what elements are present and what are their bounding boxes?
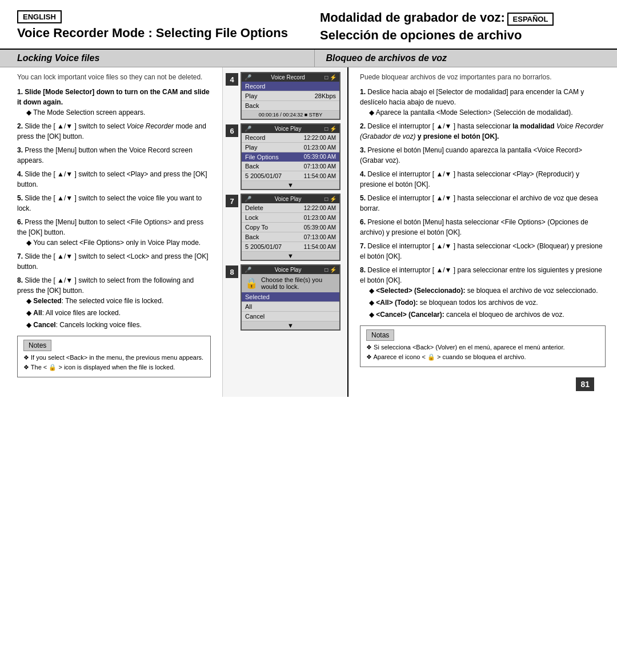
notes-label-left: Notes bbox=[23, 340, 51, 351]
step-r1: 1. Deslice hacia abajo el [Selector de m… bbox=[360, 87, 606, 118]
bullet-8-1: Selected: The selected voice file is loc… bbox=[17, 296, 211, 306]
steps-right: 1. Deslice hacia abajo el [Selector de m… bbox=[360, 87, 606, 320]
screen-8-icons: □ ⚡ bbox=[324, 267, 336, 273]
screen-7-row-1: Delete 12:22:00 AM bbox=[242, 203, 339, 213]
step-r3: 3. Presione el botón [Menu] cuando apare… bbox=[360, 145, 606, 166]
subtitle-right: Bloqueo de archivos de voz bbox=[315, 50, 618, 67]
screen-8-row-cancel: Cancel bbox=[242, 312, 339, 321]
screen-4-title: Voice Record bbox=[271, 74, 305, 81]
notes-section-right: Notas Si selecciona <Back> (Volver) en e… bbox=[360, 325, 606, 367]
step-r2: 2. Deslice el interruptor [ ▲/▼ ] hasta … bbox=[360, 121, 606, 142]
spanish-subtitle: Selección de opciones de archivo bbox=[320, 28, 522, 42]
screen-6-arrow: ▼ bbox=[242, 181, 339, 189]
bullet-r8-1: <Selected> (Seleccionado): se bloquea el… bbox=[360, 285, 606, 296]
step-r4: 4. Deslice el interruptor [ ▲/▼ ] hasta … bbox=[360, 169, 606, 190]
page: ENGLISH Voice Recorder Mode : Selecting … bbox=[0, 0, 617, 672]
screen-6-title: Voice Play bbox=[275, 126, 302, 132]
screen-6-icons: □ ⚡ bbox=[324, 126, 336, 132]
notes-section-left: Notes If you select <Back> in the menu, … bbox=[17, 336, 211, 377]
notes-item-r1: Si selecciona <Back> (Volver) en el menú… bbox=[366, 344, 599, 351]
page-number: 81 bbox=[576, 377, 594, 391]
screen-4: 🎤 Voice Record □ ⚡ Record Play 28Kbps Ba… bbox=[241, 72, 340, 120]
screen-8-wrapper: 8 🎤 Voice Play □ ⚡ 🔒 Choose the file(s) … bbox=[226, 264, 344, 331]
screen-7-header: 🎤 Voice Play □ ⚡ bbox=[242, 195, 339, 203]
screen-6-row-3: File Options 05:39:00 AM bbox=[242, 152, 339, 162]
screen-7-title: Voice Play bbox=[275, 196, 302, 202]
screen-6-row-1: Record 12:22:00 AM bbox=[242, 133, 339, 143]
col-left-text: You can lock important voice files so th… bbox=[0, 67, 223, 397]
notes-label-right: Notas bbox=[366, 329, 394, 341]
screen-number-8: 8 bbox=[226, 265, 238, 278]
step-r6: 6. Presione el botón [Menu] hasta selecc… bbox=[360, 217, 606, 238]
screen-8-icon: 🎤 bbox=[245, 267, 251, 273]
screen-8-row-selected: Selected bbox=[242, 292, 339, 302]
screen-8-choose: 🔒 Choose the file(s) you would to lock. bbox=[242, 274, 339, 292]
screen-7-wrapper: 7 🎤 Voice Play □ ⚡ Delete 12:22:00 AM Lo… bbox=[226, 194, 344, 261]
step-r7: 7. Deslice el interruptor [ ▲/▼ ] hasta … bbox=[360, 241, 606, 261]
bullet-r8-3: <Cancel> (Cancelar): cancela el bloqueo … bbox=[360, 309, 606, 320]
screen-number-7: 7 bbox=[226, 195, 238, 207]
screen-4-wrapper: 4 🎤 Voice Record □ ⚡ Record Play 28Kbps bbox=[226, 72, 344, 120]
espanol-badge: ESPAÑOL bbox=[507, 13, 554, 26]
screen-8-choose-text: Choose the file(s) you would to lock. bbox=[261, 276, 336, 290]
screen-4-row-play: Play 28Kbps bbox=[242, 91, 339, 101]
spanish-title-prefix: Modalidad de grabador de voz: bbox=[320, 10, 505, 25]
col-right-text: Puede bloquear archivos de voz important… bbox=[348, 67, 617, 397]
notes-item-1: If you select <Back> in the menu, the pr… bbox=[23, 354, 205, 361]
screen-number-4: 4 bbox=[226, 73, 238, 86]
notes-item-2: The < 🔒 > icon is displayed when the fil… bbox=[23, 364, 205, 371]
bottom-spacer bbox=[0, 397, 617, 568]
screen-4-header: 🎤 Voice Record □ ⚡ bbox=[242, 73, 339, 82]
screen-6-row-4: Back 07:13:00 AM bbox=[242, 162, 339, 171]
main-title-left: Voice Recorder Mode : Selecting File Opt… bbox=[17, 26, 297, 41]
step-3: 3. Press the [Menu] button when the Voic… bbox=[17, 145, 211, 166]
screen-7-arrow: ▼ bbox=[242, 252, 339, 260]
screen-6-header: 🎤 Voice Play □ ⚡ bbox=[242, 124, 339, 133]
screen-7-icon: 🎤 bbox=[245, 196, 251, 202]
main-title-right: Selección de opciones de archivo bbox=[320, 28, 600, 43]
bullet-8-2: All: All voice files are locked. bbox=[17, 308, 211, 318]
bullet-r8-2: <All> (Todo): se bloquean todos los arch… bbox=[360, 297, 606, 308]
screen-8-header: 🎤 Voice Play □ ⚡ bbox=[242, 265, 339, 274]
step-r5: 5. Deslice el interruptor [ ▲/▼ ] hasta … bbox=[360, 193, 606, 214]
screen-4-status: 00:00:16 / 00:24:32 ■ STBY bbox=[242, 111, 339, 119]
screen-7-icons: □ ⚡ bbox=[324, 196, 336, 202]
screen-number-6: 6 bbox=[226, 124, 238, 137]
step-8: 8. Slide the [ ▲/▼ ] switch to select fr… bbox=[17, 275, 211, 330]
header-right: Modalidad de grabador de voz: ESPAÑOL Se… bbox=[308, 10, 600, 43]
screen-8-arrow: ▼ bbox=[242, 321, 339, 329]
screen-8: 🎤 Voice Play □ ⚡ 🔒 Choose the file(s) yo… bbox=[241, 264, 340, 331]
bullet-1-1: The Mode Selection screen appears. bbox=[17, 107, 211, 118]
subtitle-left: Locking Voice files bbox=[0, 50, 315, 67]
step-1: 1. Slide [Mode Selector] down to turn on… bbox=[17, 87, 211, 118]
step-7: 7. Slide the [ ▲/▼ ] switch to select <L… bbox=[17, 251, 211, 272]
steps-left: 1. Slide [Mode Selector] down to turn on… bbox=[17, 87, 211, 330]
main-content: You can lock important voice files so th… bbox=[0, 67, 617, 397]
col-center-screens: 4 🎤 Voice Record □ ⚡ Record Play 28Kbps bbox=[223, 67, 348, 397]
screen-7-row-2: Lock 01:23:00 AM bbox=[242, 213, 339, 223]
screen-7-row-4: Back 07:13:00 AM bbox=[242, 232, 339, 242]
screen-6-row-5: 5 2005/01/07 11:54:00 AM bbox=[242, 171, 339, 181]
screen-4-icons: □ ⚡ bbox=[324, 74, 336, 81]
english-badge: ENGLISH bbox=[17, 10, 62, 23]
bullet-r1-1: Aparece la pantalla <Mode Selection> (Se… bbox=[360, 107, 606, 118]
lock-icon: 🔒 bbox=[245, 277, 258, 289]
step-2: 2. Slide the [ ▲/▼ ] switch to select Vo… bbox=[17, 121, 211, 142]
screen-4-row-back: Back bbox=[242, 101, 339, 111]
bullet-8-3: Cancel: Cancels locking voice files. bbox=[17, 320, 211, 330]
step-5: 5. Slide the [ ▲/▼ ] switch to select th… bbox=[17, 193, 211, 214]
step-r8: 8. Deslice el interruptor [ ▲/▼ ] para s… bbox=[360, 265, 606, 320]
screen-8-row-all: All bbox=[242, 302, 339, 312]
screen-7-row-3: Copy To 05:39:00 AM bbox=[242, 223, 339, 232]
screen-6-icon: 🎤 bbox=[245, 126, 251, 132]
intro-left: You can lock important voice files so th… bbox=[17, 73, 211, 81]
intro-right: Puede bloquear archivos de voz important… bbox=[360, 73, 606, 81]
screen-6-row-2: Play 01:23:00 AM bbox=[242, 143, 339, 152]
screen-7-row-5: 5 2005/01/07 11:54:00 AM bbox=[242, 242, 339, 252]
screen-4-icon: 🎤 bbox=[245, 74, 251, 81]
screen-6: 🎤 Voice Play □ ⚡ Record 12:22:00 AM Play… bbox=[241, 123, 340, 190]
step-4: 4. Slide the [ ▲/▼ ] switch to select <P… bbox=[17, 169, 211, 190]
step-6: 6. Press the [Menu] button to select <Fi… bbox=[17, 217, 211, 248]
screen-6-wrapper: 6 🎤 Voice Play □ ⚡ Record 12:22:00 AM Pl… bbox=[226, 123, 344, 190]
screen-7: 🎤 Voice Play □ ⚡ Delete 12:22:00 AM Lock… bbox=[241, 194, 340, 261]
